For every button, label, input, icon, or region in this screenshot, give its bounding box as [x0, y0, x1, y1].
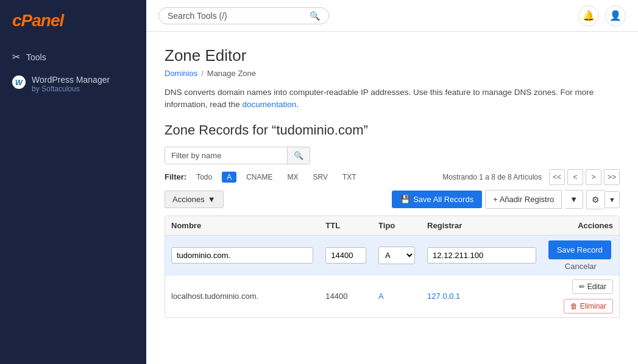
filter-section: Filter: Todo A CNAME MX SRV TXT [165, 172, 361, 183]
breadcrumb: Dominios / Manage Zone [165, 69, 620, 78]
breadcrumb-current: Manage Zone [207, 69, 256, 78]
user-icon: 👤 [609, 10, 622, 21]
col-ttl-header: TTL [319, 216, 372, 236]
sidebar-item-label-tools: Tools [26, 52, 46, 62]
filter-tag-cname[interactable]: CNAME [241, 172, 277, 183]
acciones-label: Acciones [172, 195, 205, 204]
filter-row: 🔍 [165, 147, 620, 164]
records-table: Nombre TTL Tipo Registrar Acciones [165, 216, 619, 317]
desc-end: . [296, 100, 299, 109]
sidebar-logo-area: cPanel [0, 0, 146, 40]
cpanel-logo: cPanel [12, 11, 134, 30]
notification-icon: 🔔 [583, 10, 595, 21]
edit-ttl-input[interactable] [325, 247, 366, 264]
tools-icon: ✂ [12, 51, 20, 63]
edit-tipo-select[interactable]: A [378, 247, 415, 264]
page-prev-button[interactable]: < [567, 169, 583, 185]
notification-button[interactable]: 🔔 [578, 5, 599, 26]
top-row: Filter: Todo A CNAME MX SRV TXT Mostrand… [165, 169, 620, 185]
search-box[interactable]: 🔍 [158, 7, 329, 24]
cancel-link[interactable]: Cancelar [548, 262, 613, 271]
wordpress-sub: by Softaculous [32, 85, 110, 93]
add-dropdown-icon: ▼ [570, 195, 578, 204]
edit-label: Editar [587, 282, 606, 291]
edit-row-tipo-cell: A [372, 235, 421, 276]
filter-tag-txt[interactable]: TXT [338, 172, 361, 183]
user-button[interactable]: 👤 [605, 5, 626, 26]
edit-button[interactable]: ✏ Editar [572, 279, 613, 294]
wordpress-text: WordPress Manager by Softaculous [32, 75, 110, 93]
gear-btn-wrap: ⚙ ▼ [586, 190, 620, 209]
sidebar-item-tools[interactable]: ✂ Tools [0, 45, 146, 69]
save-icon: 💾 [400, 195, 410, 204]
wordpress-icon: W [12, 75, 26, 89]
filter-label: Filter: [165, 172, 186, 181]
action-right: 💾 Save All Records + Añadir Registro ▼ ⚙… [392, 190, 620, 209]
search-input[interactable] [168, 11, 305, 21]
page-first-button[interactable]: << [549, 169, 565, 185]
sidebar-nav: ✂ Tools W WordPress Manager by Softaculo… [0, 40, 146, 104]
sidebar-item-wordpress[interactable]: W WordPress Manager by Softaculous [0, 69, 146, 99]
add-registro-label: + Añadir Registro [493, 195, 554, 204]
row-registrar: 127.0.0.1 [421, 276, 542, 317]
delete-button[interactable]: 🗑 Eliminar [564, 299, 613, 313]
save-record-button[interactable]: Save Record [548, 240, 611, 259]
delete-icon: 🗑 [570, 302, 578, 310]
filter-tag-srv[interactable]: SRV [308, 172, 333, 183]
add-registro-dropdown-button[interactable]: ▼ [565, 190, 583, 209]
page-title: Zone Editor [165, 46, 620, 65]
pagination-info: Mostrando 1 a 8 de 8 Artículos [442, 173, 542, 181]
row-tipo: A [372, 276, 421, 317]
col-nombre-header: Nombre [165, 216, 319, 236]
save-all-button[interactable]: 💾 Save All Records [392, 191, 482, 208]
breadcrumb-separator: / [201, 69, 204, 78]
sidebar: cPanel ✂ Tools W WordPress Manager by So… [0, 0, 146, 364]
main-area: 🔍 🔔 👤 Zone Editor Dominios / Manage Zone… [146, 0, 638, 364]
row-actions: ✏ Editar 🗑 Eliminar [548, 279, 613, 313]
pagination-section: Mostrando 1 a 8 de 8 Artículos << < > >> [442, 169, 620, 185]
edit-registrar-input[interactable] [427, 247, 536, 264]
delete-label: Eliminar [580, 302, 606, 310]
table-row: localhost.tudominio.com. 14400 A 127.0.0… [165, 276, 619, 317]
logo-c: c [12, 11, 21, 30]
section-title: Zone Records for “tudominio.com” [165, 122, 620, 138]
filter-tag-all[interactable]: Todo [191, 172, 217, 183]
save-all-label: Save All Records [413, 195, 473, 204]
edit-row-nombre-cell [165, 235, 319, 276]
acciones-dropdown-icon: ▼ [208, 195, 216, 204]
add-registro-button[interactable]: + Añadir Registro [485, 190, 562, 209]
action-row: Acciones ▼ 💾 Save All Records + Añadir R… [165, 190, 620, 209]
wordpress-title: WordPress Manager [32, 75, 110, 85]
docs-link[interactable]: documentation [243, 100, 297, 109]
table-header-row: Nombre TTL Tipo Registrar Acciones [165, 216, 619, 236]
description-text: DNS converts domain names into computer-… [165, 86, 620, 111]
table-row-edit: A Save Record Cancelar [165, 235, 619, 276]
filter-input-wrap: 🔍 [165, 147, 310, 164]
gear-dropdown-icon: ▼ [609, 196, 615, 203]
gear-button[interactable]: ⚙ [586, 190, 604, 209]
edit-row-ttl-cell [319, 235, 372, 276]
row-acciones-cell: ✏ Editar 🗑 Eliminar [542, 276, 619, 317]
content-area: Zone Editor Dominios / Manage Zone DNS c… [146, 32, 638, 364]
page-last-button[interactable]: >> [604, 169, 620, 185]
filter-tag-mx[interactable]: MX [283, 172, 303, 183]
edit-row-registrar-cell [421, 235, 542, 276]
header: 🔍 🔔 👤 [146, 0, 638, 32]
edit-nombre-input[interactable] [171, 247, 313, 264]
row-ttl: 14400 [319, 276, 372, 317]
edit-row-acciones-cell: Save Record Cancelar [542, 235, 619, 276]
desc-main: DNS converts domain names into computer-… [165, 88, 594, 109]
col-registrar-header: Registrar [421, 216, 542, 236]
acciones-button[interactable]: Acciones ▼ [165, 191, 224, 208]
col-tipo-header: Tipo [372, 216, 421, 236]
gear-icon: ⚙ [592, 195, 600, 205]
page-next-button[interactable]: > [586, 169, 601, 185]
filter-input[interactable] [165, 147, 287, 164]
breadcrumb-parent[interactable]: Dominios [165, 69, 197, 78]
records-table-wrap: Nombre TTL Tipo Registrar Acciones [165, 215, 620, 318]
filter-search-button[interactable]: 🔍 [287, 147, 310, 164]
filter-tag-a[interactable]: A [222, 172, 236, 183]
gear-dropdown-button[interactable]: ▼ [604, 191, 620, 208]
row-nombre: localhost.tudominio.com. [165, 276, 319, 317]
search-icon[interactable]: 🔍 [310, 11, 320, 21]
